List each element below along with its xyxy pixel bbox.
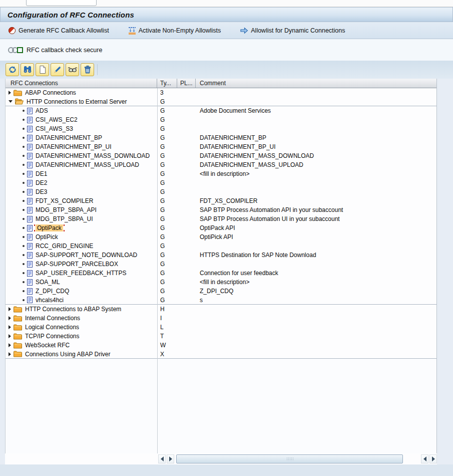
document-icon — [27, 297, 33, 303]
tree-row-item[interactable]: DE1G<fill in description> — [6, 169, 436, 178]
tree-cell: RCC_GRID_ENGINE — [6, 243, 157, 250]
tree-row-item[interactable]: SAP-SUPPORT_PARCELBOXG — [6, 260, 436, 269]
row-label[interactable]: CSI_AWS_S3 — [36, 125, 73, 132]
tree-row-item[interactable]: DE3G — [6, 187, 436, 196]
row-label[interactable]: Internal Connections — [25, 315, 80, 322]
scrollbar-thumb[interactable] — [176, 454, 403, 463]
type-cell: G — [157, 252, 177, 259]
activate-table-icon — [128, 27, 136, 35]
tree-row-item[interactable]: DATAENRICHMENT_BPGDATAENRICHMENT_BP — [6, 133, 436, 142]
row-label[interactable]: Logical Connections — [25, 324, 79, 331]
row-label[interactable]: TCP/IP Connections — [25, 333, 80, 340]
expand-arrow-icon[interactable] — [9, 334, 11, 338]
scroll-right-button[interactable] — [167, 454, 174, 463]
row-label[interactable]: vhcals4hci — [36, 297, 64, 304]
column-header-pl[interactable]: PL... — [177, 79, 196, 88]
row-label[interactable]: DE3 — [36, 188, 47, 195]
refresh-button[interactable] — [6, 63, 19, 76]
row-label[interactable]: DATAENRICHMENT_BP_UI — [36, 143, 112, 150]
tree-row-item[interactable]: Z_DPI_CDQGZ_DPI_CDQ — [6, 287, 436, 296]
row-label[interactable]: DE1 — [36, 170, 47, 177]
column-header-type[interactable]: Ty... — [157, 79, 177, 88]
row-label[interactable]: SAP-SUPPORT_PARCELBOX — [36, 261, 118, 268]
tree-row-item[interactable]: DATAENRICHMENT_MASS_UPLOADGDATAENRICHMEN… — [6, 160, 436, 169]
delete-button[interactable] — [81, 63, 94, 76]
tree-row-item[interactable]: vhcals4hciGs — [6, 296, 436, 305]
tree-row-folder[interactable]: WebSocket RFCW — [6, 341, 436, 350]
document-icon — [27, 117, 33, 123]
expand-arrow-icon[interactable] — [9, 325, 11, 329]
row-label[interactable]: OptiPick — [36, 233, 58, 241]
row-label[interactable]: ADS — [36, 107, 48, 114]
tree-row-item[interactable]: DATAENRICHMENT_BP_UIGDATAENRICHMENT_BP_U… — [6, 142, 436, 151]
column-header-comment[interactable]: Comment — [196, 79, 436, 88]
scroll-left-button-far[interactable] — [421, 454, 428, 463]
tree-row-item[interactable]: SAP-SUPPORT_NOTE_DOWNLOADGHTTPS Destinat… — [6, 251, 436, 260]
allowlist-dynamic-connections-button[interactable]: Allowlist for Dynamic Connections — [238, 26, 347, 36]
tree-row-folder[interactable]: HTTP Connections to ABAP SystemH — [6, 305, 436, 314]
type-cell: 3 — [157, 89, 177, 96]
tree-row-item[interactable]: SAP_USER_FEEDBACK_HTTPSGConnection for u… — [6, 269, 436, 278]
tree-row-item[interactable]: FDT_XS_COMPILERGFDT_XS_COMPILER — [6, 196, 436, 205]
row-label[interactable]: DE2 — [36, 179, 47, 186]
edit-button[interactable] — [51, 63, 64, 76]
tree-row-item[interactable]: MDG_BTP_SBPA_UIGSAP BTP Process Automati… — [6, 214, 436, 223]
tree-row-folder[interactable]: TCP/IP ConnectionsT — [6, 332, 436, 341]
row-label[interactable]: Connections Using ABAP Driver — [25, 351, 111, 358]
bullet-icon — [23, 236, 25, 238]
expand-arrow-icon[interactable] — [9, 307, 11, 311]
expand-arrow-icon[interactable] — [9, 91, 11, 95]
bullet-icon — [23, 128, 25, 130]
command-field[interactable] — [26, 0, 97, 6]
tree-row-folder[interactable]: HTTP Connections to External ServerG — [6, 97, 436, 106]
tree-row-item[interactable]: ADSGAdobe Document Services — [6, 106, 436, 115]
tree-row-folder[interactable]: Internal ConnectionsI — [6, 314, 436, 323]
tree-row-item[interactable]: DATAENRICHMENT_MASS_DOWNLOADGDATAENRICHM… — [6, 151, 436, 160]
row-label[interactable]: SOA_ML — [36, 279, 60, 286]
find-button[interactable] — [21, 63, 34, 76]
row-label[interactable]: Z_DPI_CDQ — [36, 288, 69, 295]
type-cell: G — [157, 261, 177, 268]
row-label[interactable]: HTTP Connections to ABAP System — [25, 306, 121, 313]
tree-row-folder[interactable]: ABAP Connections3 — [6, 88, 436, 97]
tree-row-item[interactable]: CSI_AWS_S3G — [6, 124, 436, 133]
row-label-selected[interactable]: OptiPack — [36, 224, 63, 231]
row-label[interactable]: DATAENRICHMENT_MASS_UPLOAD — [36, 161, 139, 168]
row-label[interactable]: ABAP Connections — [25, 89, 76, 96]
scroll-right-button-far[interactable] — [429, 454, 437, 463]
tree-row-item[interactable]: RCC_GRID_ENGINEG — [6, 242, 436, 251]
create-button[interactable] — [36, 63, 49, 76]
generate-rfc-callback-allowlist-button[interactable]: Generate RFC Callback Allowlist — [6, 25, 111, 36]
row-label[interactable]: DATAENRICHMENT_MASS_DOWNLOAD — [36, 152, 150, 159]
display-button[interactable] — [66, 63, 79, 76]
tree-row-item[interactable]: OptiPackGOptiPack API — [6, 223, 436, 232]
expand-arrow-icon[interactable] — [9, 316, 11, 320]
row-label[interactable]: SAP_USER_FEEDBACK_HTTPS — [36, 270, 126, 277]
bullet-icon — [23, 299, 25, 301]
tree-row-item[interactable]: SOA_MLG<fill in description> — [6, 278, 436, 287]
expand-arrow-icon[interactable] — [9, 343, 11, 347]
tree-row-item[interactable]: DE2G — [6, 178, 436, 187]
tree-row-item[interactable]: CSI_AWS_EC2G — [6, 115, 436, 124]
row-label[interactable]: SAP-SUPPORT_NOTE_DOWNLOAD — [36, 252, 137, 259]
row-label[interactable]: FDT_XS_COMPILER — [36, 197, 93, 204]
row-label[interactable]: DATAENRICHMENT_BP — [36, 134, 102, 141]
tree-cell: OptiPick — [6, 233, 157, 241]
scroll-left-button[interactable] — [158, 454, 166, 463]
column-header-rfc-connections[interactable]: RFC Connections — [6, 79, 157, 88]
row-label[interactable]: WebSocket RFC — [25, 342, 70, 349]
tree-cell: WebSocket RFC — [6, 342, 157, 349]
bullet-icon — [23, 173, 25, 175]
row-label[interactable]: MDG_BTP_SBPA_UI — [36, 215, 93, 222]
tree-row-item[interactable]: OptiPickGOptiPick API — [6, 232, 436, 242]
activate-non-empty-allowlists-button[interactable]: Activate Non-Empty Allowlists — [126, 25, 223, 36]
row-label[interactable]: MDG_BTP_SBPA_API — [36, 206, 97, 213]
expand-arrow-icon[interactable] — [9, 352, 11, 356]
row-label[interactable]: HTTP Connections to External Server — [27, 98, 127, 105]
tree-row-item[interactable]: MDG_BTP_SBPA_APIGSAP BTP Process Automat… — [6, 205, 436, 214]
tree-row-folder[interactable]: Logical ConnectionsL — [6, 323, 436, 332]
row-label[interactable]: RCC_GRID_ENGINE — [36, 243, 93, 250]
row-label[interactable]: CSI_AWS_EC2 — [36, 116, 78, 123]
collapse-arrow-icon[interactable] — [9, 100, 13, 103]
tree-row-folder[interactable]: Connections Using ABAP DriverX — [6, 350, 436, 359]
